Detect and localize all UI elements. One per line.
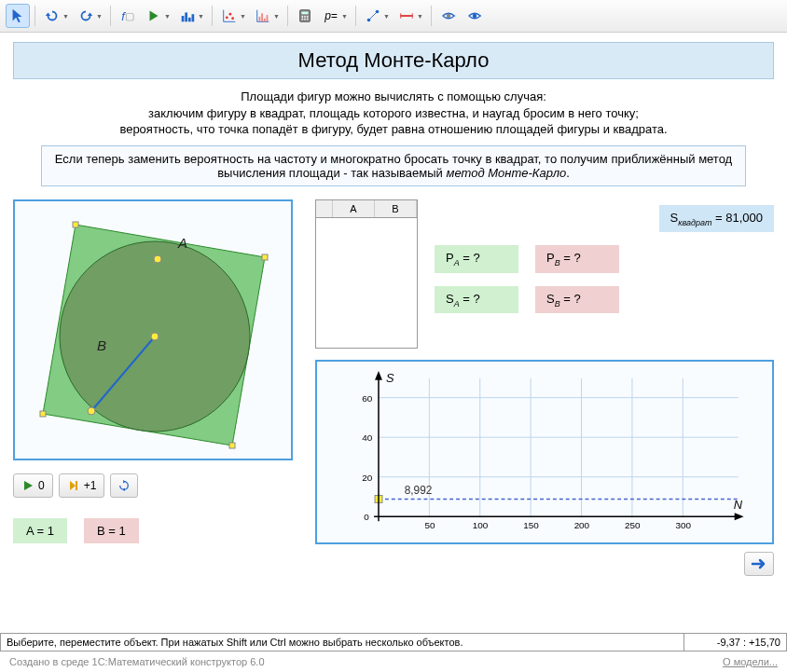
stat-pb: PB = ? [535, 245, 619, 273]
redo-button[interactable]: ▼ [74, 4, 105, 28]
undo-button[interactable]: ▼ [40, 4, 72, 28]
status-message: Выберите, переместите объект. При нажаты… [0, 634, 684, 651]
svg-rect-41 [76, 481, 77, 490]
svg-text:250: 250 [625, 520, 641, 530]
stat-s-square: Sквадрат = 81,000 [659, 205, 775, 233]
scatter-axes-tool[interactable]: ▼ [217, 4, 249, 28]
badge-b: B = 1 [84, 518, 139, 543]
svg-text:40: 40 [362, 432, 372, 443]
svg-point-20 [301, 19, 303, 21]
svg-rect-14 [267, 15, 269, 21]
chart-panel[interactable]: 8,992 S N 0 20 40 60 50 100 150 [315, 360, 774, 544]
probability-tool[interactable]: p=▼ [319, 4, 351, 28]
segment-tool[interactable]: ▼ [361, 4, 393, 28]
svg-point-7 [229, 13, 232, 16]
pointer-tool[interactable] [6, 4, 30, 28]
footer-credit: Создано в среде 1С:Математический констр… [9, 656, 265, 667]
stat-sa: SA = ? [435, 286, 518, 314]
note-box: Если теперь заменить вероятность на част… [41, 145, 746, 186]
stat-sb: SB = ? [535, 286, 619, 314]
svg-rect-0 [182, 16, 185, 21]
about-link[interactable]: О модели... [723, 656, 778, 667]
main-toolbar: ▼ ▼ f▢ ▼ ▼ ▼ ▼ p=▼ ▼ ▼ [0, 0, 787, 33]
calculator-button[interactable] [293, 4, 317, 28]
svg-text:300: 300 [675, 520, 691, 530]
svg-rect-2 [188, 18, 191, 22]
chart-xlabel: N [734, 498, 743, 512]
svg-line-25 [369, 12, 378, 21]
svg-point-30 [473, 14, 477, 19]
svg-text:60: 60 [362, 392, 372, 403]
status-coords: -9,37 : +15,70 [684, 634, 787, 651]
svg-rect-11 [259, 17, 261, 21]
svg-rect-12 [261, 13, 263, 21]
svg-rect-35 [262, 254, 268, 260]
chart-annotation: 8,992 [405, 484, 433, 497]
next-button[interactable] [744, 552, 774, 576]
table-col-b: B [375, 200, 417, 217]
table-corner [316, 200, 333, 217]
geom-label-b: B [97, 337, 106, 353]
stats-panel: Sквадрат = 81,000 PA = ? PB = ? SA = ? S… [435, 199, 774, 314]
function-button[interactable]: f▢ [116, 4, 140, 28]
svg-rect-34 [73, 222, 78, 227]
geometry-canvas[interactable]: A B [13, 199, 293, 460]
svg-rect-13 [264, 19, 266, 22]
svg-text:150: 150 [523, 520, 539, 530]
eye-open-icon[interactable] [463, 4, 487, 28]
badge-a: A = 1 [13, 518, 67, 543]
svg-point-18 [304, 16, 306, 18]
svg-point-22 [307, 19, 309, 21]
svg-point-39 [88, 407, 95, 415]
intro-text: Площади фигур можно вычислять с помощью … [13, 89, 774, 138]
svg-rect-36 [229, 443, 235, 448]
svg-rect-3 [192, 14, 195, 21]
play-tool[interactable]: ▼ [142, 4, 173, 28]
measure-width-tool[interactable]: ▼ [394, 4, 426, 28]
svg-point-17 [301, 16, 303, 18]
svg-text:50: 50 [424, 520, 435, 530]
play-button[interactable]: 0 [13, 473, 53, 498]
svg-text:200: 200 [574, 520, 590, 530]
status-bar: Выберите, переместите объект. При нажаты… [0, 633, 787, 651]
geom-label-a: A [177, 235, 187, 251]
svg-text:20: 20 [362, 472, 372, 482]
svg-point-6 [226, 16, 228, 19]
table-col-a: A [333, 200, 375, 217]
svg-point-38 [151, 333, 159, 340]
bars-axes-tool[interactable]: ▼ [251, 4, 283, 28]
stat-pa: PA = ? [435, 245, 518, 273]
svg-point-21 [304, 19, 306, 21]
svg-point-19 [307, 16, 309, 18]
chart-ylabel: S [386, 370, 394, 384]
svg-text:0: 0 [364, 512, 369, 522]
result-badges: A = 1 B = 1 [13, 518, 302, 543]
step-button[interactable]: +1 [59, 473, 105, 498]
svg-rect-37 [40, 411, 46, 417]
svg-point-29 [447, 14, 451, 19]
page-title: Метод Монте-Карло [13, 42, 774, 79]
footer: Создано в среде 1С:Математический констр… [0, 651, 787, 672]
svg-rect-1 [185, 12, 187, 21]
svg-point-40 [154, 255, 161, 263]
svg-text:100: 100 [473, 520, 489, 530]
data-table[interactable]: A B [315, 199, 418, 349]
histogram-tool[interactable]: ▼ [175, 4, 207, 28]
svg-point-8 [231, 17, 234, 20]
eye-closed-icon[interactable] [436, 4, 461, 28]
svg-rect-16 [301, 12, 308, 15]
playback-controls: 0 +1 [13, 473, 302, 498]
refresh-button[interactable] [110, 473, 138, 498]
